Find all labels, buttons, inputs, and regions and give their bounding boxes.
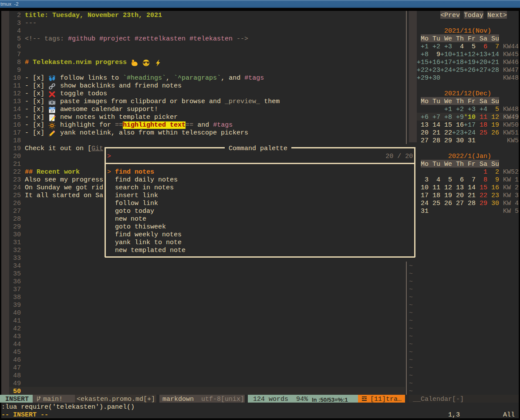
svg-text:July: July	[50, 107, 54, 109]
svg-text:17: 17	[51, 110, 54, 113]
